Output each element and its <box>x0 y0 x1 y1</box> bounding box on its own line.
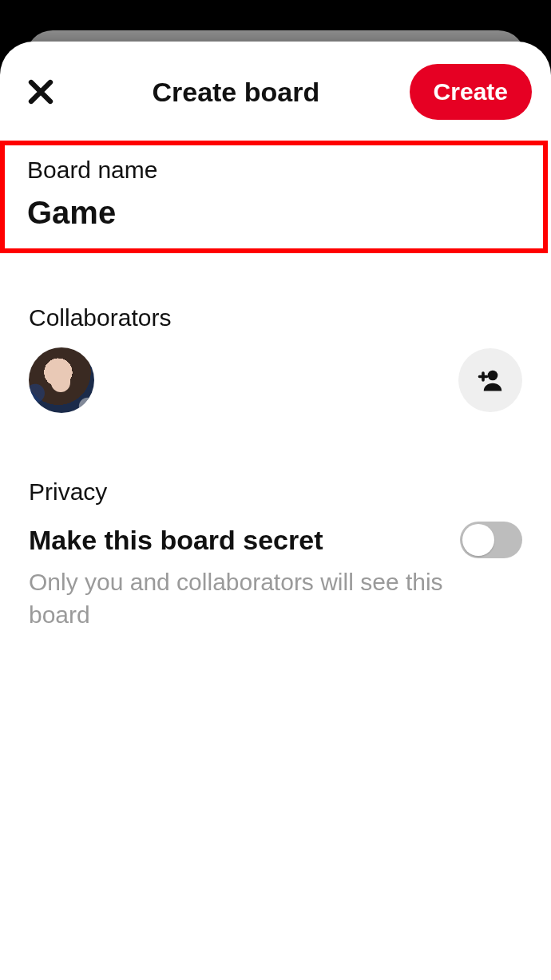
collaborators-section: Collaborators <box>0 304 551 413</box>
close-button[interactable] <box>19 70 62 113</box>
privacy-toggle-title: Make this board secret <box>29 525 323 556</box>
secret-toggle[interactable] <box>460 522 522 558</box>
privacy-text: Make this board secret <box>29 525 323 556</box>
add-collaborator-button[interactable] <box>458 348 522 412</box>
privacy-toggle-subtitle: Only you and collaborators will see this… <box>29 566 444 631</box>
sheet-title: Create board <box>62 77 410 108</box>
board-name-highlight: Board name <box>0 141 548 253</box>
privacy-section: Privacy Make this board secret Only you … <box>0 478 551 631</box>
toggle-knob <box>462 524 494 556</box>
create-board-sheet: Create board Create Board name Collabora… <box>0 42 551 980</box>
board-name-label: Board name <box>27 157 521 184</box>
add-person-icon <box>476 366 505 395</box>
close-icon <box>26 77 55 106</box>
create-button[interactable]: Create <box>410 64 532 120</box>
owner-avatar[interactable] <box>29 347 94 413</box>
collaborators-label: Collaborators <box>29 304 522 331</box>
sheet-header: Create board Create <box>0 64 551 141</box>
svg-point-0 <box>488 371 498 381</box>
collaborators-row <box>29 347 522 413</box>
privacy-label: Privacy <box>29 478 522 506</box>
privacy-toggle-row: Make this board secret <box>29 522 522 558</box>
board-name-input[interactable] <box>27 195 521 231</box>
